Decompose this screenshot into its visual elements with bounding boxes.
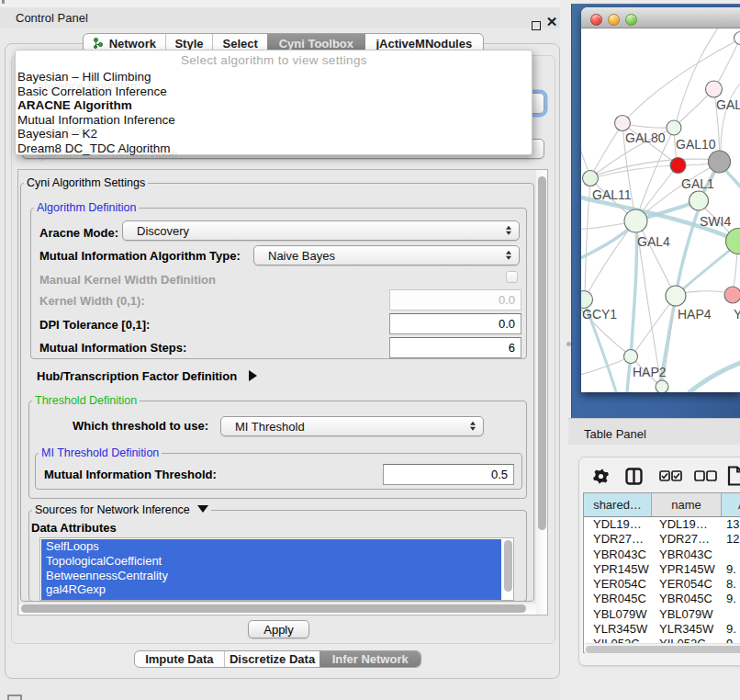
network-node-gal4[interactable] <box>624 209 647 232</box>
which-threshold-label: Which threshold to use: <box>73 419 208 433</box>
cyni-mode-tab-strip: Impute Data Discretize Data Infer Networ… <box>134 650 421 668</box>
minimized-panel-icon[interactable] <box>7 694 22 700</box>
float-window-icon[interactable] <box>532 21 541 30</box>
table-header-row: shared…nameA <box>584 493 740 517</box>
settings-vscrollbar-thumb[interactable] <box>538 176 546 530</box>
network-edge[interactable] <box>676 91 712 126</box>
table-hscrollbar-track[interactable] <box>585 643 740 653</box>
table-row[interactable]: YLR345WYLR345W9. <box>584 622 740 637</box>
which-threshold-combo[interactable]: MI Threshold <box>220 416 484 436</box>
select-all-checkboxes-icon[interactable] <box>659 470 682 481</box>
tab-infer-network[interactable]: Infer Network <box>320 651 420 667</box>
table-hscrollbar-thumb[interactable] <box>586 646 740 654</box>
mi-algorithm-type-label: Mutual Information Algorithm Type: <box>39 249 241 263</box>
group-sources-title-text: Sources for Network Inference <box>35 503 190 516</box>
network-edge[interactable] <box>638 222 674 293</box>
network-node[interactable] <box>734 32 740 45</box>
network-node-hap4[interactable] <box>666 286 686 306</box>
tab-cyni-toolbox-label: Cyni Toolbox <box>279 37 353 51</box>
network-node[interactable] <box>656 380 668 392</box>
algorithm-popup-item[interactable]: Basic Correlation Inference <box>17 85 530 99</box>
table-row[interactable]: YBR043CYBR043C <box>584 548 740 562</box>
network-node-label: GAL <box>716 97 740 112</box>
table-row[interactable]: YDR27…YDR27…12 <box>584 532 740 547</box>
arrow-up-icon <box>506 251 511 254</box>
table-column-header[interactable]: A <box>722 493 740 516</box>
mi-algorithm-type-combo[interactable]: Naive Bayes <box>253 245 520 265</box>
network-node-gal80[interactable] <box>615 116 631 131</box>
hub-section-toggle[interactable]: Hub/Transcription Factor Definition <box>37 369 257 383</box>
network-window-titlebar[interactable] <box>581 7 740 28</box>
table-cell: YBL079W <box>584 607 652 622</box>
tab-discretize-data[interactable]: Discretize Data <box>225 651 321 667</box>
network-node-swi4[interactable] <box>690 191 709 210</box>
network-node[interactable] <box>709 151 731 173</box>
close-traffic-light[interactable] <box>590 14 602 26</box>
document-icon[interactable] <box>727 466 740 486</box>
network-edge[interactable] <box>591 125 622 175</box>
network-node-label: GAL4 <box>637 234 670 249</box>
network-edge[interactable] <box>677 28 721 120</box>
network-edge[interactable] <box>624 124 672 128</box>
group-mi-threshold-definition-title: MI Threshold Definition <box>39 446 162 460</box>
arrow-up-icon <box>470 422 476 425</box>
arrow-down-icon <box>506 231 511 235</box>
unselect-all-checkboxes-icon[interactable] <box>694 470 717 481</box>
tab-impute-data[interactable]: Impute Data <box>135 651 225 667</box>
mi-threshold-field[interactable]: 0.5 <box>383 464 514 485</box>
network-node-gcy1[interactable] <box>581 291 593 309</box>
algorithm-popup-item[interactable]: ARACNE Algorithm <box>17 98 530 113</box>
data-attributes-list[interactable]: SelfLoopsTopologicalCoefficientBetweenne… <box>39 537 514 601</box>
dpi-tolerance-field[interactable]: 0.0 <box>389 313 521 334</box>
network-node-gal11[interactable] <box>583 171 599 186</box>
gear-icon[interactable] <box>593 469 609 484</box>
network-node-hap2[interactable] <box>624 350 638 364</box>
algorithm-popup-item[interactable]: Mutual Information Inference <box>17 113 530 128</box>
tab-network-label: Network <box>109 37 156 51</box>
network-node-gal1[interactable] <box>670 158 686 174</box>
network-edge[interactable] <box>591 165 675 178</box>
table-column-header[interactable]: name <box>652 493 722 516</box>
network-icon-dot <box>98 42 103 47</box>
kernel-width-label: Kernel Width (0,1): <box>39 294 145 308</box>
algorithm-popup-item[interactable]: Dream8 DC_TDC Algorithm <box>17 141 530 156</box>
kernel-width-field[interactable]: 0.0 <box>389 289 521 310</box>
network-edge-thick[interactable] <box>690 363 740 392</box>
data-attribute-item[interactable]: gal4RGexp <box>41 582 501 597</box>
network-node-y[interactable] <box>724 287 740 303</box>
network-edge[interactable] <box>581 139 589 175</box>
zoom-traffic-light[interactable] <box>625 14 637 26</box>
network-node-gal[interactable] <box>706 81 723 97</box>
table-row[interactable]: YER054CYER054C8. <box>584 577 740 592</box>
aracne-mode-combo[interactable]: Discovery <box>122 220 520 241</box>
minimize-traffic-light[interactable] <box>608 14 620 26</box>
network-node-label: GAL1 <box>681 176 714 191</box>
table-cell: YDR27… <box>584 532 652 547</box>
network-icon-dot <box>94 38 98 42</box>
network-edge[interactable] <box>721 84 740 152</box>
settings-hscrollbar-thumb[interactable] <box>21 604 526 613</box>
apply-button[interactable]: Apply <box>248 620 309 638</box>
group-algorithm-definition-title: Algorithm Definition <box>34 201 139 215</box>
network-node-label: GAL80 <box>625 130 666 145</box>
table-row[interactable]: YBL079WYBL079W <box>584 607 740 622</box>
group-sources-title[interactable]: Sources for Network Inference <box>32 503 211 517</box>
close-icon[interactable]: ✕ <box>544 15 559 29</box>
data-attribute-item[interactable]: BetweennessCentrality <box>41 569 501 583</box>
network-canvas[interactable]: GALGAL80GAL10GAL1GAL11SWI4GAL4GCY1HAP4YH… <box>581 28 740 392</box>
algorithm-popup-item[interactable]: Bayesian – Hill Climbing <box>17 70 530 85</box>
table-row[interactable]: YPR145WYPR145W9. <box>584 562 740 577</box>
network-node-gal10[interactable] <box>667 120 681 135</box>
table-row[interactable]: YDL19…YDL19…13 <box>584 517 740 532</box>
manual-kernel-width-checkbox[interactable] <box>506 271 518 283</box>
network-edge[interactable] <box>586 222 634 297</box>
data-attribute-item[interactable]: TopologicalCoefficient <box>41 554 501 569</box>
table-row[interactable]: YBR045CYBR045C9. <box>584 592 740 606</box>
table-column-header[interactable]: shared… <box>584 493 652 516</box>
mi-steps-field[interactable]: 6 <box>389 337 521 358</box>
network-edge[interactable] <box>734 252 737 288</box>
data-attribute-item[interactable]: SelfLoops <box>41 539 501 554</box>
attributes-scrollbar-thumb[interactable] <box>504 540 512 592</box>
split-columns-icon[interactable] <box>625 468 643 485</box>
algorithm-popup-item[interactable]: Bayesian – K2 <box>17 127 530 141</box>
